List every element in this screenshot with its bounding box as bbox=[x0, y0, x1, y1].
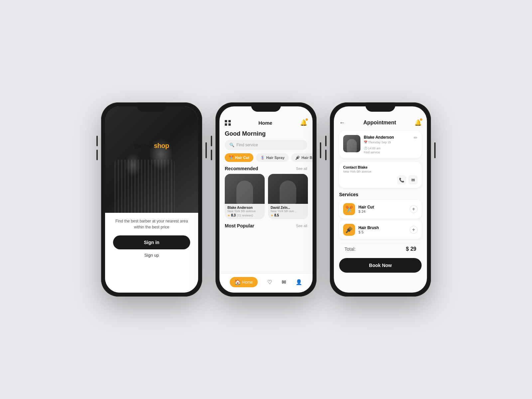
stripe-pattern bbox=[114, 160, 175, 213]
appt-notification-bell[interactable]: 🔔 bbox=[414, 119, 422, 126]
vol-dn-btn-3 bbox=[325, 150, 327, 160]
appointment-barber-name: Blake Anderson bbox=[364, 135, 410, 140]
brand-barber: barber bbox=[134, 142, 154, 149]
services-section: Services ✂️ Hair Cut $ 24 + 🪮 Hair Brush bbox=[339, 192, 422, 241]
rating-num-david: 8.5 bbox=[274, 213, 279, 217]
brand-shop: shop bbox=[154, 142, 169, 149]
rating-num-blake: 8.3 bbox=[231, 213, 236, 217]
haircut-service-price: $ 24 bbox=[358, 209, 406, 213]
appointment-find-label: Find service bbox=[364, 151, 410, 154]
contact-buttons: 📞 ✉ bbox=[343, 175, 418, 185]
barber-rating-blake: ★ 8.3 (72 reviews) bbox=[227, 213, 262, 217]
barber-card-david[interactable]: David Zeln... New York 5th ave... ★ 8.5 bbox=[268, 174, 308, 219]
barber-card-info-david: David Zeln... New York 5th ave... ★ 8.5 bbox=[268, 204, 308, 219]
phone-button[interactable]: 📞 bbox=[397, 175, 406, 185]
signin-button[interactable]: Sign in bbox=[113, 235, 190, 249]
category-hairbrush[interactable]: 🪮 Hair Brush bbox=[291, 153, 313, 162]
signup-button[interactable]: Sign up bbox=[144, 253, 159, 258]
total-row: Total: $ 29 bbox=[339, 243, 422, 255]
hairspray-icon: 💈 bbox=[260, 155, 265, 160]
haircut-label: Hair Cut bbox=[235, 156, 249, 160]
grid-menu-icon[interactable] bbox=[225, 120, 231, 126]
barber-card-blake[interactable]: Blake Anderson New York 5th avenue ★ 8.3… bbox=[225, 174, 265, 219]
vol-up-btn-3 bbox=[325, 136, 327, 146]
nav-profile[interactable]: 👤 bbox=[296, 279, 302, 285]
phone-login: barbershop Find the best barber at your … bbox=[101, 102, 202, 297]
greeting-text: Good Morning bbox=[219, 129, 313, 140]
barber-card-img-david bbox=[268, 174, 308, 204]
appointment-screen: ← Appointment 🔔 Blake Anderson bbox=[334, 106, 427, 293]
contact-section: Contact Blake New York 5th avenue 📞 ✉ bbox=[339, 162, 422, 188]
service-haircut: ✂️ Hair Cut $ 24 + bbox=[339, 200, 422, 218]
haircut-service-info: Hair Cut $ 24 bbox=[358, 205, 406, 213]
star-icon-blake: ★ bbox=[227, 214, 230, 217]
hairspray-label: Hair Spray bbox=[266, 156, 285, 160]
clock-icon: 🕐 bbox=[364, 147, 367, 150]
login-bottom: Find the best barber at your nearest are… bbox=[105, 213, 198, 293]
add-haircut-button[interactable]: + bbox=[410, 205, 418, 213]
rating-reviews-blake: (72 reviews) bbox=[237, 214, 253, 217]
power-btn-2 bbox=[320, 142, 321, 158]
service-hairbrush: 🪮 Hair Brush $ 5 + bbox=[339, 220, 422, 239]
appointment-meta: 📅 Thursday Sep 15 🕐 14:00 am bbox=[364, 141, 410, 150]
home-header: Home 🔔 bbox=[219, 117, 313, 129]
vol-dn-btn-2 bbox=[211, 150, 212, 160]
services-title: Services bbox=[339, 192, 422, 197]
notification-bell[interactable]: 🔔 bbox=[300, 119, 307, 126]
category-haircut[interactable]: ✂️ Hair Cut bbox=[225, 153, 253, 162]
nav-favorites[interactable]: ♡ bbox=[267, 279, 272, 285]
power-btn-1 bbox=[205, 142, 207, 158]
home-screen: Home 🔔 Good Morning 🔍 Find service ✂️ bbox=[219, 106, 313, 293]
barber-thumb-figure bbox=[347, 139, 357, 152]
barber-scene bbox=[105, 106, 198, 213]
phone-notch-2 bbox=[251, 102, 281, 112]
book-now-button[interactable]: Book Now bbox=[339, 258, 422, 273]
hairbrush-label: Hair Brush bbox=[302, 156, 313, 160]
hairbrush-service-price: $ 5 bbox=[358, 230, 406, 234]
recommended-title: Recommended bbox=[225, 166, 258, 171]
haircut-service-name: Hair Cut bbox=[358, 205, 406, 209]
nav-messages[interactable]: ✉ bbox=[282, 279, 286, 285]
recommended-see-all[interactable]: See all bbox=[296, 167, 307, 171]
phone-home: Home 🔔 Good Morning 🔍 Find service ✂️ bbox=[215, 102, 317, 297]
barber-figure-david bbox=[280, 181, 296, 204]
search-icon: 🔍 bbox=[229, 143, 234, 147]
hero-image: barbershop bbox=[105, 106, 198, 213]
star-icon-david: ★ bbox=[271, 214, 273, 217]
most-popular-see-all[interactable]: See all bbox=[296, 224, 307, 228]
total-label: Total: bbox=[344, 246, 355, 252]
nav-home[interactable]: 🏠 Home bbox=[230, 277, 258, 287]
edit-icon[interactable]: ✏ bbox=[414, 135, 418, 140]
contact-location: New York 5th avenue bbox=[343, 170, 418, 173]
search-placeholder: Find service bbox=[236, 143, 258, 147]
brand-logo: barbershop bbox=[134, 142, 169, 150]
heart-nav-icon: ♡ bbox=[267, 279, 272, 285]
haircut-icon: ✂️ bbox=[229, 155, 234, 160]
add-hairbrush-button[interactable]: + bbox=[410, 226, 418, 234]
phone-notch-3 bbox=[365, 102, 395, 112]
mail-nav-icon: ✉ bbox=[282, 279, 286, 285]
category-hairspray[interactable]: 💈 Hair Spray bbox=[256, 153, 289, 162]
phone-inner-2: Home 🔔 Good Morning 🔍 Find service ✂️ bbox=[219, 106, 313, 293]
back-button[interactable]: ← bbox=[339, 119, 345, 126]
barber-figure-blake bbox=[236, 181, 253, 204]
email-button[interactable]: ✉ bbox=[408, 175, 418, 185]
search-bar[interactable]: 🔍 Find service bbox=[225, 140, 307, 150]
phone-notch-1 bbox=[137, 102, 167, 112]
barber-name-david: David Zeln... bbox=[271, 206, 305, 209]
bottom-nav: 🏠 Home ♡ ✉ 👤 bbox=[219, 273, 313, 293]
appointment-time: 🕐 14:00 am bbox=[364, 147, 381, 150]
categories-bar: ✂️ Hair Cut 💈 Hair Spray 🪮 Hair Brush bbox=[219, 153, 313, 166]
power-btn-3 bbox=[434, 142, 436, 158]
barber-rating-david: ★ 8.5 bbox=[271, 213, 305, 217]
hairbrush-service-name: Hair Brush bbox=[358, 225, 406, 230]
barber-img-bg-blake bbox=[225, 174, 265, 204]
barber-card-img-blake bbox=[225, 174, 265, 204]
hairbrush-service-info: Hair Brush $ 5 bbox=[358, 225, 406, 234]
barber-loc-david: New York 5th ave... bbox=[271, 209, 305, 213]
phone-inner-3: ← Appointment 🔔 Blake Anderson bbox=[334, 106, 427, 293]
appointment-title: Appointment bbox=[363, 120, 396, 126]
profile-nav-icon: 👤 bbox=[296, 279, 302, 285]
mail-icon: ✉ bbox=[411, 178, 415, 183]
barber-img-bg-david bbox=[268, 174, 308, 204]
